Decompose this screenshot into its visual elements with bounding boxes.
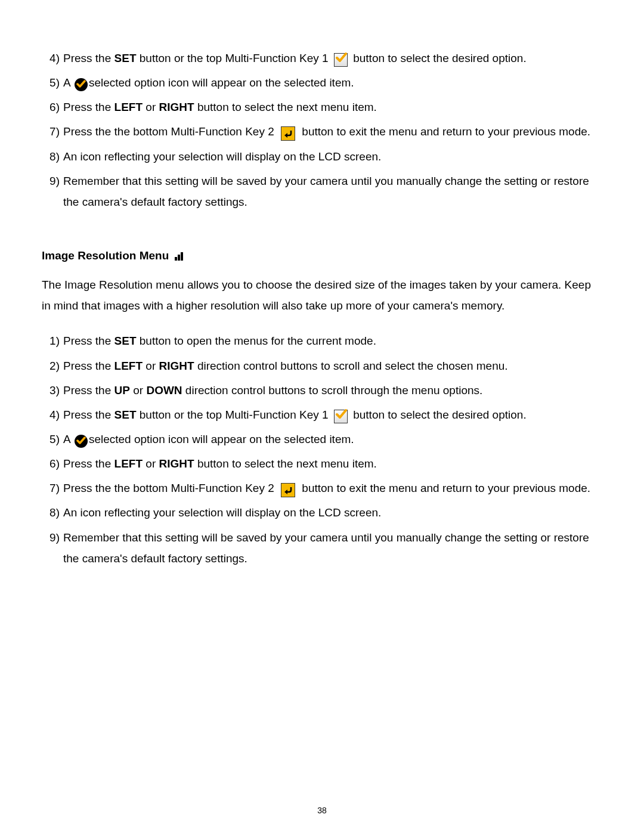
list-marker: 8) [42, 502, 63, 523]
step-bold: LEFT [114, 457, 143, 470]
check-circle-icon [75, 435, 88, 448]
instruction-list-top: 4)Press the SET button or the top Multi-… [42, 48, 602, 212]
list-item: 5)A selected option icon will appear on … [42, 429, 602, 450]
step-text: button to open the menus for the current… [137, 335, 376, 347]
step-text: Press the [63, 335, 114, 347]
list-marker: 4) [42, 404, 63, 425]
list-item: 8)An icon reflecting your selection will… [42, 502, 602, 523]
list-marker: 1) [42, 330, 63, 351]
step-text: An icon reflecting your selection will d… [63, 506, 381, 519]
list-item: 7)Press the the bottom Multi-Function Ke… [42, 121, 602, 142]
list-content: Press the SET button or the top Multi-Fu… [63, 404, 602, 425]
list-content: Press the UP or DOWN direction control b… [63, 380, 602, 401]
step-bold: LEFT [114, 360, 143, 372]
list-marker: 7) [42, 121, 63, 142]
list-content: Press the the bottom Multi-Function Key … [63, 478, 602, 498]
step-bold: RIGHT [159, 457, 194, 470]
list-content: An icon reflecting your selection will d… [63, 502, 602, 523]
step-bold: LEFT [114, 101, 143, 113]
step-text: button to select the desired option. [350, 408, 527, 421]
list-marker: 8) [42, 146, 63, 167]
return-arrow-icon [281, 126, 295, 141]
list-item: 5)A selected option icon will appear on … [42, 72, 602, 93]
list-item: 4)Press the SET button or the top Multi-… [42, 48, 602, 69]
step-text: button to exit the menu and return to yo… [299, 125, 590, 138]
step-text: A [63, 433, 73, 445]
list-content: Press the SET button to open the menus f… [63, 330, 602, 351]
step-text: button to exit the menu and return to yo… [299, 482, 590, 494]
step-text: Press the [63, 360, 114, 372]
list-content: Press the LEFT or RIGHT button to select… [63, 453, 602, 474]
step-bold: SET [114, 335, 137, 347]
list-item: 9)Remember that this setting will be sav… [42, 527, 602, 569]
page-content: 4)Press the SET button or the top Multi-… [0, 0, 644, 596]
list-marker: 9) [42, 527, 63, 548]
instruction-list-bottom: 1)Press the SET button to open the menus… [42, 330, 602, 568]
list-content: Press the LEFT or RIGHT button to select… [63, 97, 602, 117]
step-text: A [63, 76, 73, 89]
step-text: button to select the desired option. [350, 52, 527, 64]
section-heading: Image Resolution Menu [42, 245, 602, 266]
list-content: Press the the bottom Multi-Function Key … [63, 121, 602, 142]
section-description: The Image Resolution menu allows you to … [42, 274, 602, 316]
step-text: Press the [63, 457, 114, 470]
list-marker: 4) [42, 48, 63, 69]
list-marker: 6) [42, 453, 63, 474]
check-box-icon [334, 53, 348, 67]
list-content: Press the LEFT or RIGHT direction contro… [63, 355, 602, 376]
step-text: Press the [63, 101, 114, 113]
step-text: button to select the next menu item. [194, 101, 377, 113]
list-item: 3)Press the UP or DOWN direction control… [42, 380, 602, 401]
resolution-icon [175, 251, 184, 261]
step-bold: RIGHT [159, 101, 194, 113]
list-marker: 7) [42, 478, 63, 498]
list-item: 4)Press the SET button or the top Multi-… [42, 404, 602, 425]
list-content: Remember that this setting will be saved… [63, 527, 602, 569]
step-bold: RIGHT [159, 360, 194, 372]
step-text: Press the [63, 52, 114, 64]
list-item: 7)Press the the bottom Multi-Function Ke… [42, 478, 602, 498]
step-text: Press the the bottom Multi-Function Key … [63, 125, 277, 138]
list-marker: 5) [42, 429, 63, 450]
step-text: selected option icon will appear on the … [89, 76, 354, 89]
list-item: 6)Press the LEFT or RIGHT button to sele… [42, 97, 602, 117]
list-item: 1)Press the SET button to open the menus… [42, 330, 602, 351]
step-text: Press the the bottom Multi-Function Key … [63, 482, 277, 494]
list-content: An icon reflecting your selection will d… [63, 146, 602, 167]
list-marker: 9) [42, 171, 63, 191]
list-item: 8)An icon reflecting your selection will… [42, 146, 602, 167]
section-title-text: Image Resolution Menu [42, 245, 169, 266]
list-item: 2)Press the LEFT or RIGHT direction cont… [42, 355, 602, 376]
list-item: 9)Remember that this setting will be sav… [42, 171, 602, 212]
list-marker: 3) [42, 380, 63, 401]
list-content: Press the SET button or the top Multi-Fu… [63, 48, 602, 69]
check-circle-icon [75, 78, 88, 91]
step-text: Press the [63, 384, 114, 397]
list-content: A selected option icon will appear on th… [63, 429, 602, 450]
step-text: Remember that this setting will be saved… [63, 531, 589, 565]
page-number: 38 [0, 806, 644, 815]
step-text: selected option icon will appear on the … [89, 433, 354, 445]
list-content: A selected option icon will appear on th… [63, 72, 602, 93]
step-bold: UP [114, 384, 130, 397]
step-bold: SET [114, 408, 137, 421]
step-text: Remember that this setting will be saved… [63, 175, 589, 208]
list-content: Remember that this setting will be saved… [63, 171, 602, 212]
step-text: direction control buttons to scroll thro… [182, 384, 483, 397]
list-marker: 2) [42, 355, 63, 376]
step-text: direction control buttons to scroll and … [194, 360, 508, 372]
step-text: or [130, 384, 146, 397]
step-text: or [143, 360, 159, 372]
step-text: or [143, 457, 159, 470]
step-text: button or the top Multi-Function Key 1 [137, 408, 332, 421]
step-bold: DOWN [146, 384, 182, 397]
list-item: 6)Press the LEFT or RIGHT button to sele… [42, 453, 602, 474]
step-text: Press the [63, 408, 114, 421]
check-box-icon [334, 410, 348, 423]
list-marker: 6) [42, 97, 63, 117]
step-text: or [143, 101, 159, 113]
step-text: An icon reflecting your selection will d… [63, 150, 381, 163]
list-marker: 5) [42, 72, 63, 93]
step-text: button or the top Multi-Function Key 1 [137, 52, 332, 64]
step-text: button to select the next menu item. [194, 457, 377, 470]
